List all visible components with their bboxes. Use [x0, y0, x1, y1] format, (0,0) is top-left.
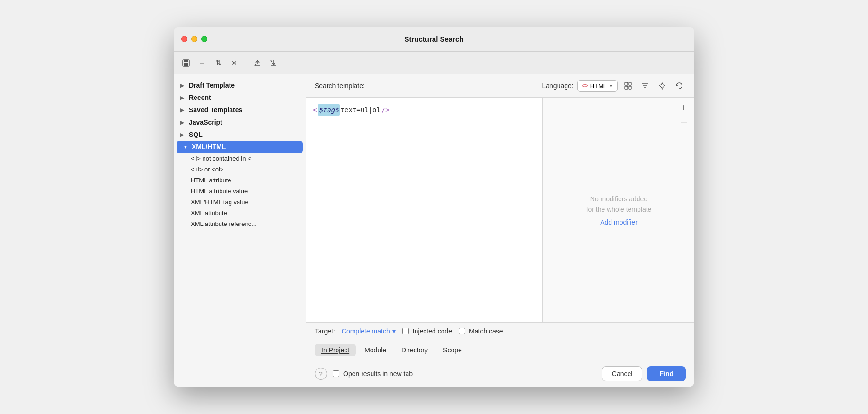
injected-code-checkbox[interactable] [402, 328, 409, 334]
main-window: Structural Search – ⇅ ✕ [174, 27, 694, 387]
bottom-bar: Target: Complete match ▾ Injected code M… [306, 322, 694, 360]
close-button[interactable] [181, 36, 187, 42]
chevron-right-icon: ▶ [180, 108, 186, 113]
find-button[interactable]: Find [647, 366, 686, 381]
traffic-lights [181, 36, 207, 42]
search-template-label: Search template: [315, 82, 365, 90]
language-selector: Language: <> HTML ▼ [542, 79, 686, 92]
footer: ? Open results in new tab Cancel Find [306, 360, 694, 387]
filter-button[interactable] [638, 79, 652, 92]
sidebar-item-saved-templates[interactable]: ▶ Saved Templates [174, 104, 306, 116]
sidebar-item-javascript[interactable]: ▶ JavaScript [174, 116, 306, 128]
export-button[interactable] [251, 56, 264, 70]
code-tag-open: < [313, 105, 317, 115]
remove-button[interactable]: – [195, 56, 209, 70]
toolbar-separator [246, 58, 246, 68]
svg-rect-8 [629, 86, 631, 89]
main-panel: Search template: Language: <> HTML ▼ [306, 74, 694, 387]
scope-tab-project[interactable]: In Project [315, 344, 356, 356]
scope-row: In Project Module Directory Scope [306, 340, 694, 360]
sidebar-item-draft[interactable]: ▶ Draft Template [174, 79, 306, 91]
chevron-right-icon: ▶ [180, 83, 186, 88]
scope-tab-module[interactable]: Module [358, 344, 393, 356]
match-case-checkbox[interactable] [459, 328, 465, 334]
list-item[interactable]: <li> not contained in < [174, 153, 306, 164]
scope-tab-scope[interactable]: Scope [436, 344, 469, 356]
no-modifiers-text: No modifiers added for the whole templat… [586, 194, 652, 215]
modifiers-panel: No modifiers added for the whole templat… [543, 98, 694, 322]
search-header: Search template: Language: <> HTML ▼ [306, 74, 694, 98]
sidebar: ▶ Draft Template ▶ Recent ▶ Saved Templa… [174, 74, 306, 387]
cancel-button[interactable]: Cancel [602, 366, 643, 381]
svg-rect-5 [625, 82, 628, 85]
footer-actions: Cancel Find [602, 366, 686, 381]
pin-button[interactable] [655, 79, 669, 92]
add-button[interactable]: + [678, 102, 690, 114]
toolbar: – ⇅ ✕ [174, 52, 694, 74]
chevron-down-icon: ▼ [183, 144, 189, 150]
code-template-line: <$tag$ text=ul|ol /> [313, 104, 536, 116]
chevron-right-icon: ▶ [180, 132, 186, 137]
help-button[interactable]: ? [315, 368, 327, 380]
chevron-right-icon: ▶ [180, 120, 186, 125]
window-title: Structural Search [404, 35, 463, 43]
svg-rect-7 [625, 86, 628, 89]
language-value: HTML [590, 82, 607, 90]
chevron-right-icon: ▶ [180, 95, 186, 100]
code-variable: $tag$ [318, 104, 339, 116]
chevron-down-icon: ▼ [609, 83, 613, 89]
complete-match-button[interactable]: Complete match ▾ [342, 327, 396, 335]
html-icon: <> [582, 82, 588, 89]
sidebar-item-sql[interactable]: ▶ SQL [174, 128, 306, 141]
split-area: <$tag$ text=ul|ol /> No modifiers added … [306, 98, 694, 322]
maximize-button[interactable] [201, 36, 207, 42]
save-button[interactable] [179, 56, 193, 70]
import-button[interactable] [267, 56, 280, 70]
svg-rect-6 [629, 82, 631, 85]
svg-rect-1 [184, 60, 188, 62]
list-item[interactable]: <ul> or <ol> [174, 164, 306, 175]
match-case-checkbox-group[interactable]: Match case [459, 327, 503, 335]
minimize-button[interactable] [191, 36, 197, 42]
list-item[interactable]: XML attribute [174, 207, 306, 218]
titlebar: Structural Search [174, 27, 694, 52]
svg-line-4 [271, 60, 272, 62]
sidebar-item-xmlhtml[interactable]: ▼ XML/HTML [177, 141, 303, 153]
code-attribute: text=ul|ol [341, 105, 381, 115]
scope-tab-directory[interactable]: Directory [395, 344, 434, 356]
list-item[interactable]: HTML attribute value [174, 186, 306, 197]
injected-code-checkbox-group[interactable]: Injected code [402, 327, 452, 335]
chevron-down-icon: ▾ [392, 327, 396, 335]
list-item[interactable]: HTML attribute [174, 175, 306, 186]
target-label: Target: [315, 327, 335, 335]
open-results-label[interactable]: Open results in new tab [333, 370, 413, 378]
language-label: Language: [542, 82, 574, 90]
list-item[interactable]: XML/HTML tag value [174, 197, 306, 207]
open-results-checkbox[interactable] [333, 370, 339, 377]
sidebar-item-recent[interactable]: ▶ Recent [174, 91, 306, 104]
language-dropdown[interactable]: <> HTML ▼ [577, 80, 618, 92]
clear-button[interactable]: ✕ [228, 56, 241, 70]
editor-area[interactable]: <$tag$ text=ul|ol /> [306, 98, 543, 322]
code-self-close: /> [381, 105, 390, 115]
list-item[interactable]: XML attribute referenc... [174, 218, 306, 229]
minus-button[interactable]: – [678, 117, 690, 128]
svg-rect-2 [184, 63, 188, 66]
refresh-button[interactable] [673, 79, 686, 92]
sort-button[interactable]: ⇅ [212, 56, 225, 70]
target-row: Target: Complete match ▾ Injected code M… [306, 323, 694, 340]
content-area: ▶ Draft Template ▶ Recent ▶ Saved Templa… [174, 74, 694, 387]
add-modifier-link[interactable]: Add modifier [600, 218, 638, 226]
grid-view-button[interactable] [621, 79, 635, 92]
